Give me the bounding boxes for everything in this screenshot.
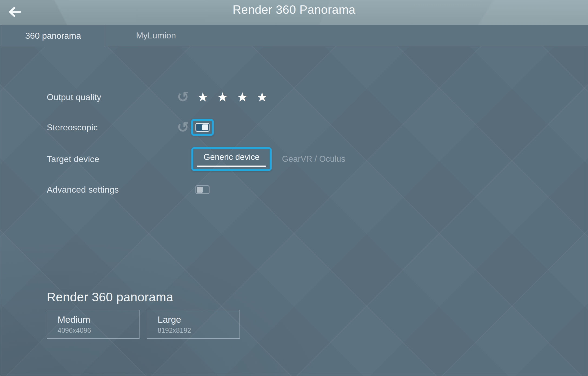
tab-mylumion[interactable]: MyLumion bbox=[104, 25, 208, 46]
render-medium-label: Medium bbox=[58, 314, 139, 325]
arrow-left-icon bbox=[8, 6, 22, 18]
target-device-row: Target device Generic device GearVR / Oc… bbox=[47, 147, 345, 171]
dialog-header: Render 360 Panorama bbox=[0, 0, 588, 25]
reset-output-quality-icon[interactable]: ↺ bbox=[177, 91, 190, 104]
toggle-knob bbox=[197, 187, 203, 193]
dialog-title: Render 360 Panorama bbox=[0, 0, 588, 19]
output-quality-label: Output quality bbox=[47, 92, 177, 102]
stereoscopic-label: Stereoscopic bbox=[47, 123, 177, 133]
target-device-option-generic[interactable]: Generic device bbox=[191, 147, 272, 171]
render-large-button[interactable]: Large 8192x8192 bbox=[147, 310, 240, 339]
render-large-resolution: 8192x8192 bbox=[158, 326, 240, 334]
render-medium-button[interactable]: Medium 4096x4096 bbox=[47, 310, 139, 339]
stereoscopic-toggle-switch-icon bbox=[195, 123, 210, 132]
target-device-selected-label: Generic device bbox=[204, 152, 260, 162]
stereoscopic-row: Stereoscopic ↺ bbox=[47, 115, 214, 140]
advanced-settings-toggle[interactable] bbox=[195, 185, 210, 194]
reset-stereoscopic-icon[interactable]: ↺ bbox=[177, 121, 190, 134]
advanced-settings-row: Advanced settings bbox=[47, 177, 210, 202]
back-button[interactable] bbox=[5, 3, 24, 21]
tab-360-panorama[interactable]: 360 panorama bbox=[2, 25, 104, 47]
render-section-heading: Render 360 panorama bbox=[47, 290, 173, 304]
selected-option-underline bbox=[197, 166, 266, 167]
output-quality-stars[interactable]: ★ ★ ★ ★ bbox=[197, 89, 270, 105]
target-device-label: Target device bbox=[47, 154, 177, 164]
content-panel: Output quality ↺ ★ ★ ★ ★ Stereoscopic ↺ … bbox=[2, 46, 586, 374]
advanced-settings-label: Advanced settings bbox=[47, 185, 177, 195]
output-quality-row: Output quality ↺ ★ ★ ★ ★ bbox=[47, 85, 270, 109]
toggle-knob bbox=[202, 124, 208, 130]
render-large-label: Large bbox=[158, 314, 240, 325]
stereoscopic-toggle[interactable] bbox=[191, 119, 214, 136]
render-medium-resolution: 4096x4096 bbox=[58, 326, 139, 334]
target-device-option-gearvr[interactable]: GearVR / Oculus bbox=[282, 154, 345, 164]
tab-mylumion-label: MyLumion bbox=[136, 31, 176, 41]
tab-360-panorama-label: 360 panorama bbox=[25, 31, 81, 41]
render-360-panorama-dialog: Render 360 Panorama 360 panorama MyLumio… bbox=[0, 0, 588, 376]
